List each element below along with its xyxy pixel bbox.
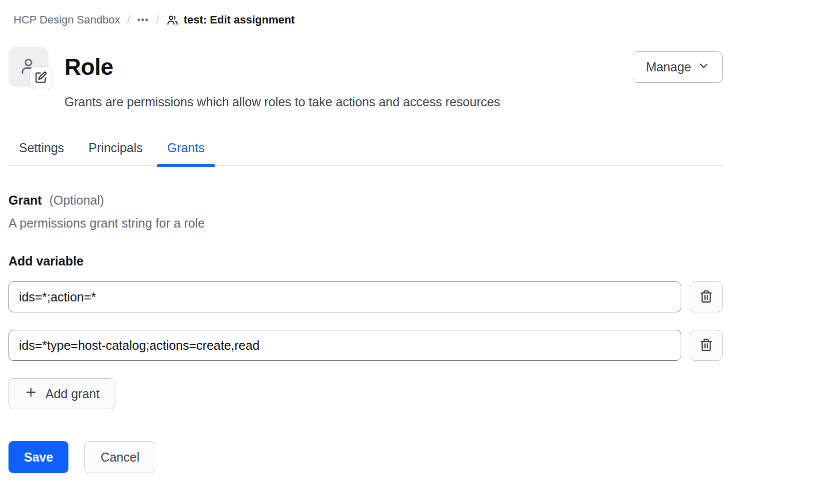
grants-form: Grant (Optional) A permissions grant str… — [8, 193, 723, 473]
page-header: Role Manage Grants are permissions which… — [8, 47, 723, 109]
breadcrumb-separator: / — [127, 13, 130, 26]
manage-button[interactable]: Manage — [633, 51, 723, 83]
grant-row — [8, 281, 723, 312]
cancel-button[interactable]: Cancel — [84, 441, 155, 473]
breadcrumb: HCP Design Sandbox / ••• / test: Edit as… — [8, 13, 723, 26]
add-grant-button[interactable]: Add grant — [8, 378, 115, 409]
grant-help-text: A permissions grant string for a role — [8, 216, 723, 231]
tab-active-underline — [157, 164, 215, 167]
page-title: Role — [64, 53, 113, 80]
chevron-down-icon — [698, 60, 709, 74]
breadcrumb-root[interactable]: HCP Design Sandbox — [13, 13, 120, 26]
breadcrumb-ellipsis[interactable]: ••• — [137, 15, 149, 25]
trash-icon — [699, 337, 714, 354]
grant-input-2[interactable] — [8, 330, 681, 361]
tab-grants[interactable]: Grants — [157, 141, 215, 165]
edit-avatar-button[interactable] — [29, 66, 52, 89]
breadcrumb-separator: / — [156, 13, 159, 26]
grant-input-1[interactable] — [8, 281, 681, 312]
grant-optional-label: (Optional) — [49, 193, 104, 207]
tab-grants-label: Grants — [167, 141, 205, 155]
tabbar: Settings Principals Grants — [8, 141, 723, 166]
trash-icon — [699, 289, 714, 305]
grant-label: Grant — [8, 193, 42, 207]
tab-principals-label: Principals — [88, 141, 142, 155]
save-button[interactable]: Save — [8, 441, 68, 473]
plus-icon — [24, 386, 37, 402]
role-avatar-wrap — [8, 47, 48, 87]
users-icon — [166, 14, 179, 26]
delete-grant-button-2[interactable] — [690, 330, 723, 361]
tab-principals[interactable]: Principals — [78, 141, 153, 165]
header-main: Role Manage Grants are permissions which… — [64, 47, 723, 109]
manage-button-label: Manage — [646, 60, 691, 74]
title-row: Role Manage — [64, 47, 723, 87]
grant-field-header: Grant (Optional) — [8, 193, 723, 208]
add-grant-button-label: Add grant — [45, 387, 99, 401]
tab-settings[interactable]: Settings — [8, 141, 74, 165]
grant-row — [8, 330, 723, 361]
breadcrumb-current-label: test: Edit assignment — [184, 13, 295, 26]
page-subtitle: Grants are permissions which allow roles… — [64, 95, 723, 109]
role-grants-page: HCP Design Sandbox / ••• / test: Edit as… — [0, 0, 835, 473]
delete-grant-button-1[interactable] — [690, 281, 723, 312]
tab-settings-label: Settings — [19, 141, 64, 155]
edit-icon — [34, 71, 47, 85]
add-variable-label: Add variable — [8, 254, 723, 268]
form-actions: Save Cancel — [8, 441, 723, 473]
breadcrumb-current[interactable]: test: Edit assignment — [166, 13, 295, 26]
